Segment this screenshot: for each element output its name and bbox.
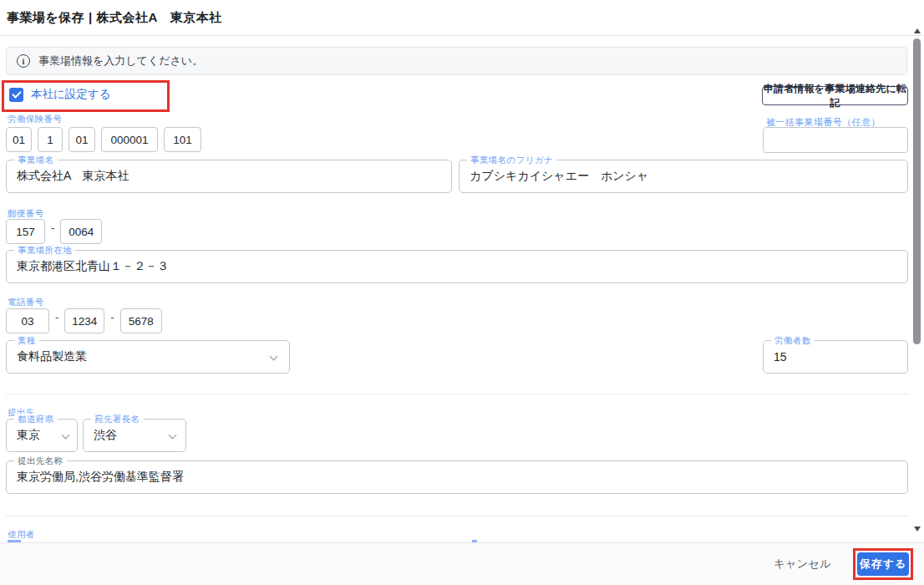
labor-insurance-part-input[interactable]: 101 bbox=[164, 127, 201, 152]
industry-value: 食料品製造業 bbox=[7, 349, 97, 364]
address-value: 東京都港区北青山１－２－３ bbox=[7, 259, 179, 274]
postal-code-part-input[interactable]: 0064 bbox=[60, 219, 102, 244]
office-name-label: 事業場名 bbox=[14, 155, 58, 166]
transfer-applicant-info-button[interactable]: 申請者情報を事業場連絡先に転記 bbox=[762, 86, 908, 105]
prefecture-select[interactable]: 都道府県 東京 bbox=[6, 419, 78, 452]
office-head-value: 渋谷 bbox=[84, 428, 127, 443]
chevron-down-icon bbox=[169, 431, 177, 440]
page-title: 事業場を保存 | 株式会社A 東京本社 bbox=[7, 10, 222, 26]
checkbox-checked-icon[interactable] bbox=[9, 88, 23, 102]
phone-inputs: 03 - 1234 - 5678 bbox=[6, 308, 162, 333]
hyphen-separator: - bbox=[55, 311, 58, 323]
office-name-kana-value: カブシキカイシャエー ホンシャ bbox=[459, 169, 658, 184]
scroll-down-arrow-icon[interactable] bbox=[914, 526, 921, 532]
labor-insurance-inputs: 01 1 01 000001 101 bbox=[6, 127, 201, 152]
hyphen-separator: - bbox=[110, 311, 114, 323]
postal-code-part-input[interactable]: 157 bbox=[6, 219, 45, 244]
office-head-select[interactable]: 宛先署長名 渋谷 bbox=[83, 419, 186, 452]
postal-code-label: 郵便番号 bbox=[8, 208, 44, 220]
info-icon: i bbox=[17, 54, 30, 68]
scroll-up-arrow-icon[interactable] bbox=[914, 28, 921, 33]
postal-code-inputs: 157 - 0064 bbox=[6, 219, 102, 244]
prefecture-value: 東京 bbox=[7, 428, 43, 443]
batch-office-number-input[interactable] bbox=[763, 127, 908, 153]
annotation-box-save: 保存する bbox=[853, 548, 913, 580]
submission-name-value: 東京労働局,渋谷労働基準監督署 bbox=[7, 470, 194, 485]
chevron-down-icon bbox=[62, 431, 70, 440]
cancel-button[interactable]: キャンセル bbox=[774, 557, 831, 572]
section-divider bbox=[6, 516, 908, 516]
phone-label: 電話番号 bbox=[8, 297, 44, 308]
labor-insurance-part-input[interactable]: 1 bbox=[38, 127, 63, 152]
address-label: 事業場所在地 bbox=[14, 245, 75, 257]
info-banner-text: 事業場情報を入力してください。 bbox=[38, 53, 203, 69]
office-name-field[interactable]: 事業場名 株式会社A 東京本社 bbox=[6, 160, 452, 193]
vertical-scrollbar[interactable] bbox=[911, 36, 922, 542]
industry-select[interactable]: 業種 食料品製造業 bbox=[6, 340, 290, 374]
dialog-footer: キャンセル 保存する bbox=[0, 542, 924, 585]
office-name-value: 株式会社A 東京本社 bbox=[7, 169, 140, 184]
phone-part-input[interactable]: 1234 bbox=[64, 308, 104, 333]
industry-label: 業種 bbox=[14, 335, 39, 347]
phone-part-input[interactable]: 5678 bbox=[120, 308, 162, 333]
office-name-kana-field[interactable]: 事業場名のフリガナ カブシキカイシャエー ホンシャ bbox=[459, 160, 908, 193]
phone-part-input[interactable]: 03 bbox=[6, 308, 49, 333]
scrollbar-thumb[interactable] bbox=[913, 38, 921, 344]
office-name-kana-label: 事業場名のフリガナ bbox=[467, 155, 556, 166]
prefecture-label: 都道府県 bbox=[14, 414, 58, 425]
office-head-label: 宛先署長名 bbox=[91, 414, 144, 425]
submission-name-field[interactable]: 提出先名称 東京労働局,渋谷労働基準監督署 bbox=[6, 460, 908, 494]
headquarters-checkbox-row[interactable]: 本社に設定する bbox=[9, 87, 110, 102]
labor-insurance-label: 労働保険番号 bbox=[8, 114, 62, 125]
address-field[interactable]: 事業場所在地 東京都港区北青山１－２－３ bbox=[6, 250, 908, 283]
save-button[interactable]: 保存する bbox=[857, 552, 909, 576]
labor-insurance-part-input[interactable]: 000001 bbox=[101, 127, 158, 152]
worker-count-label: 労働者数 bbox=[771, 335, 815, 347]
employer-section-label: 使用者 bbox=[8, 529, 35, 541]
submission-name-label: 提出先名称 bbox=[14, 455, 67, 467]
headquarters-checkbox-label: 本社に設定する bbox=[31, 87, 110, 102]
title-divider bbox=[0, 35, 924, 36]
labor-insurance-part-input[interactable]: 01 bbox=[6, 127, 32, 152]
hyphen-separator: - bbox=[51, 221, 54, 234]
labor-insurance-part-input[interactable]: 01 bbox=[69, 127, 95, 152]
section-divider bbox=[6, 394, 908, 394]
info-banner: i 事業場情報を入力してください。 bbox=[6, 47, 907, 75]
worker-count-field[interactable]: 労働者数 15 bbox=[763, 340, 908, 374]
save-workplace-dialog: 事業場を保存 | 株式会社A 東京本社 i 事業場情報を入力してください。 本社… bbox=[0, 0, 924, 585]
chevron-down-icon bbox=[270, 353, 278, 361]
worker-count-value: 15 bbox=[764, 350, 797, 364]
